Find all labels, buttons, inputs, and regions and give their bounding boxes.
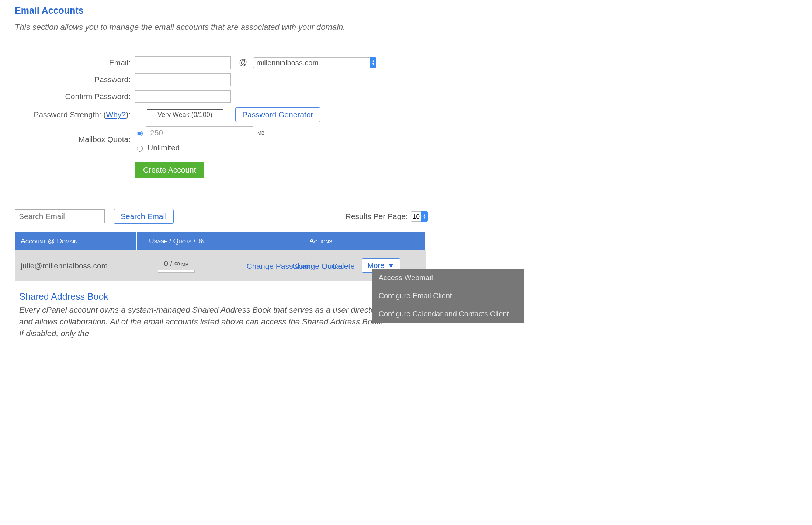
menu-configure-calendar-contacts[interactable]: Configure Calendar and Contacts Client xyxy=(372,305,524,323)
search-email-input[interactable] xyxy=(15,209,105,223)
col-account[interactable]: Account @ Domain xyxy=(15,232,137,250)
results-per-page-label: Results Per Page: xyxy=(346,212,408,221)
email-label: Email: xyxy=(15,54,133,71)
mailbox-quota-label: Mailbox Quota: xyxy=(15,124,133,154)
quota-fixed-radio[interactable] xyxy=(137,131,143,136)
col-actions: Actions xyxy=(216,232,426,250)
menu-access-webmail[interactable]: Access Webmail xyxy=(372,269,524,287)
password-label: Password: xyxy=(15,71,133,88)
shared-address-book-text: Every cPanel account owns a system-manag… xyxy=(19,304,388,340)
quota-input[interactable] xyxy=(146,126,253,139)
search-email-button[interactable]: Search Email xyxy=(114,209,174,224)
confirm-password-input[interactable] xyxy=(135,90,231,103)
why-link[interactable]: Why? xyxy=(106,110,126,119)
results-per-page-select[interactable]: 10 xyxy=(411,211,428,222)
confirm-password-label: Confirm Password: xyxy=(15,88,133,105)
intro-text: This section allows you to manage the em… xyxy=(15,22,420,32)
password-input[interactable] xyxy=(135,73,231,86)
quota-unit: MB xyxy=(255,130,265,136)
more-dropdown-menu: Access Webmail Configure Email Client Co… xyxy=(372,269,524,323)
col-usage[interactable]: Usage / Quota / % xyxy=(137,232,216,250)
email-input[interactable] xyxy=(135,56,231,69)
unlimited-label: Unlimited xyxy=(146,143,180,152)
delete-link[interactable]: Delete xyxy=(332,261,355,271)
page-title: Email Accounts xyxy=(15,5,805,16)
change-quota-link[interactable]: Change Quota xyxy=(292,261,320,271)
quota-unlimited-radio[interactable] xyxy=(137,146,143,152)
create-account-button[interactable]: Create Account xyxy=(135,162,204,178)
change-password-link[interactable]: Change Password xyxy=(246,261,280,271)
table-row: julie@millennialboss.com 0 / ∞ MB Change… xyxy=(15,250,426,281)
password-strength-meter: Very Weak (0/100) xyxy=(147,109,223,120)
password-generator-button[interactable]: Password Generator xyxy=(235,107,320,122)
create-email-form: Email: @ millennialboss.com ▲▼ Password:… xyxy=(15,54,379,180)
strength-label-suffix: ): xyxy=(126,110,131,119)
account-cell: julie@millennialboss.com xyxy=(15,250,137,281)
strength-label-prefix: Password Strength: ( xyxy=(34,110,106,119)
at-sign: @ xyxy=(235,58,251,67)
usage-cell: 0 / ∞ MB xyxy=(137,250,216,281)
email-accounts-table: Account @ Domain Usage / Quota / % Actio… xyxy=(15,232,426,281)
domain-select[interactable]: millennialboss.com xyxy=(253,57,376,68)
usage-bar xyxy=(158,270,195,273)
menu-configure-email-client[interactable]: Configure Email Client xyxy=(372,287,524,305)
